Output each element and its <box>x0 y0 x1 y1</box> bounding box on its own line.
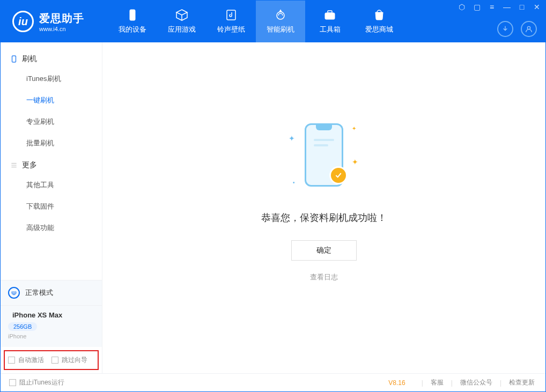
svg-rect-6 <box>12 56 16 62</box>
main-nav: 我的设备 应用游戏 铃声壁纸 智能刷机 工具箱 爱思商城 <box>108 1 404 42</box>
logo-area: iu 爱思助手 www.i4.cn <box>1 1 108 42</box>
shop-icon <box>373 9 386 21</box>
header: iu 爱思助手 www.i4.cn 我的设备 应用游戏 铃声壁纸 智能刷机 <box>1 1 545 42</box>
sparkle-icon: • <box>293 180 295 186</box>
maximize-button[interactable]: □ <box>518 3 526 11</box>
separator: | <box>422 379 423 387</box>
checkbox-label: 自动激活 <box>18 356 44 365</box>
footer-link-update[interactable]: 检查更新 <box>507 378 537 387</box>
footer-link-wechat[interactable]: 微信公众号 <box>458 378 495 387</box>
footer-link-support[interactable]: 客服 <box>429 378 446 387</box>
sidebar-item-download-firmware[interactable]: 下载固件 <box>1 196 102 217</box>
success-message: 恭喜您，保资料刷机成功啦！ <box>261 211 387 224</box>
device-name: iPhone XS Max <box>12 311 62 319</box>
sidebar-item-other-tools[interactable]: 其他工具 <box>1 174 102 196</box>
sidebar-item-advanced[interactable]: 高级功能 <box>1 217 102 239</box>
footer: 阻止iTunes运行 V8.16 | 客服 | 微信公众号 | 检查更新 <box>1 373 545 391</box>
group-title: 更多 <box>22 160 37 170</box>
menu-icon[interactable]: ≡ <box>488 3 496 11</box>
svg-rect-0 <box>130 10 135 20</box>
mode-label: 正常模式 <box>25 288 53 298</box>
sparkle-icon: ✦ <box>289 134 295 143</box>
svg-point-7 <box>13 292 15 294</box>
ok-button[interactable]: 确定 <box>291 240 357 261</box>
cube-icon <box>175 9 188 21</box>
mode-icon <box>8 287 20 299</box>
view-log-link[interactable]: 查看日志 <box>310 272 338 282</box>
feedback-icon[interactable]: ▢ <box>473 3 481 11</box>
device-detail-box[interactable]: iPhone XS Max 256GB iPhone <box>1 305 102 347</box>
group-title: 刷机 <box>22 54 37 64</box>
nav-smart-flash[interactable]: 智能刷机 <box>256 1 305 42</box>
music-icon <box>225 9 238 21</box>
nav-shop[interactable]: 爱思商城 <box>355 1 404 42</box>
device-storage-badge: 256GB <box>8 322 37 331</box>
nav-label: 智能刷机 <box>267 25 294 34</box>
sidebar-group-flash: 刷机 <box>1 48 102 68</box>
svg-point-2 <box>277 12 284 19</box>
app-subtitle: www.i4.cn <box>39 26 84 32</box>
sidebar-group-more: 更多 <box>1 154 102 174</box>
separator: | <box>451 379 453 387</box>
nav-toolbox[interactable]: 工具箱 <box>305 1 355 42</box>
device-name-row: iPhone XS Max <box>8 311 94 319</box>
refresh-icon <box>274 9 287 21</box>
device-panel: 正常模式 iPhone XS Max 256GB iPhone <box>1 280 102 347</box>
download-button[interactable] <box>497 21 513 37</box>
sparkle-icon: ✦ <box>352 125 356 131</box>
checkbox-label: 跳过向导 <box>62 356 87 365</box>
nav-label: 铃声壁纸 <box>217 25 245 34</box>
check-badge-icon <box>329 166 348 184</box>
checkbox-skip-guide[interactable]: 跳过向导 <box>51 356 87 365</box>
checkbox-box <box>51 357 58 364</box>
sidebar-item-batch-flash[interactable]: 批量刷机 <box>1 132 102 154</box>
nav-ringtones-wallpapers[interactable]: 铃声壁纸 <box>206 1 256 42</box>
close-button[interactable]: ✕ <box>533 3 541 11</box>
checkbox-block-itunes[interactable]: 阻止iTunes运行 <box>9 378 64 387</box>
svg-rect-3 <box>325 13 335 19</box>
nav-my-device[interactable]: 我的设备 <box>108 1 157 42</box>
tshirt-icon[interactable]: ⬡ <box>458 3 466 11</box>
nav-apps-games[interactable]: 应用游戏 <box>157 1 206 42</box>
toolbox-icon <box>323 9 336 21</box>
logo-text: 爱思助手 www.i4.cn <box>39 11 84 32</box>
sidebar: 刷机 iTunes刷机 一键刷机 专业刷机 批量刷机 更多 其他工具 下载固件 … <box>1 42 102 373</box>
checkbox-auto-activate[interactable]: 自动激活 <box>8 356 44 365</box>
nav-label: 我的设备 <box>119 25 146 34</box>
logo-icon: iu <box>12 11 34 32</box>
nav-label: 工具箱 <box>320 25 341 34</box>
svg-point-5 <box>527 26 530 29</box>
svg-rect-4 <box>328 11 332 13</box>
main-content: ✦ ✦ • ✦ 恭喜您，保资料刷机成功啦！ 确定 查看日志 <box>102 42 545 373</box>
minimize-button[interactable]: — <box>503 3 511 11</box>
list-icon <box>10 161 18 169</box>
nav-label: 爱思商城 <box>365 25 393 34</box>
nav-label: 应用游戏 <box>168 25 196 34</box>
checkbox-label: 阻止iTunes运行 <box>19 378 64 387</box>
sidebar-item-oneclick-flash[interactable]: 一键刷机 <box>1 90 102 111</box>
version-label: V8.16 <box>388 379 405 387</box>
phone-icon <box>10 55 18 63</box>
flash-options-row: 自动激活 跳过向导 <box>4 350 99 370</box>
header-right-icons <box>497 21 537 37</box>
device-type: iPhone <box>8 333 94 339</box>
device-icon <box>126 9 139 21</box>
checkbox-box <box>9 379 16 386</box>
sparkle-icon: ✦ <box>352 158 358 166</box>
sidebar-item-pro-flash[interactable]: 专业刷机 <box>1 111 102 132</box>
svg-rect-1 <box>227 10 235 20</box>
sidebar-item-itunes-flash[interactable]: iTunes刷机 <box>1 68 102 90</box>
success-hero: ✦ ✦ • ✦ 恭喜您，保资料刷机成功啦！ 确定 查看日志 <box>261 118 387 282</box>
app-window: iu 爱思助手 www.i4.cn 我的设备 应用游戏 铃声壁纸 智能刷机 <box>0 0 546 392</box>
device-mode-box[interactable]: 正常模式 <box>1 280 102 305</box>
titlebar-controls: ⬡ ▢ ≡ — □ ✕ <box>458 3 541 11</box>
phone-illustration: ✦ ✦ • ✦ <box>281 118 367 198</box>
checkbox-box <box>8 357 15 364</box>
separator: | <box>500 379 501 387</box>
body: 刷机 iTunes刷机 一键刷机 专业刷机 批量刷机 更多 其他工具 下载固件 … <box>1 42 545 373</box>
sidebar-scroll: 刷机 iTunes刷机 一键刷机 专业刷机 批量刷机 更多 其他工具 下载固件 … <box>1 42 102 280</box>
app-title: 爱思助手 <box>39 11 84 26</box>
user-button[interactable] <box>521 21 537 37</box>
